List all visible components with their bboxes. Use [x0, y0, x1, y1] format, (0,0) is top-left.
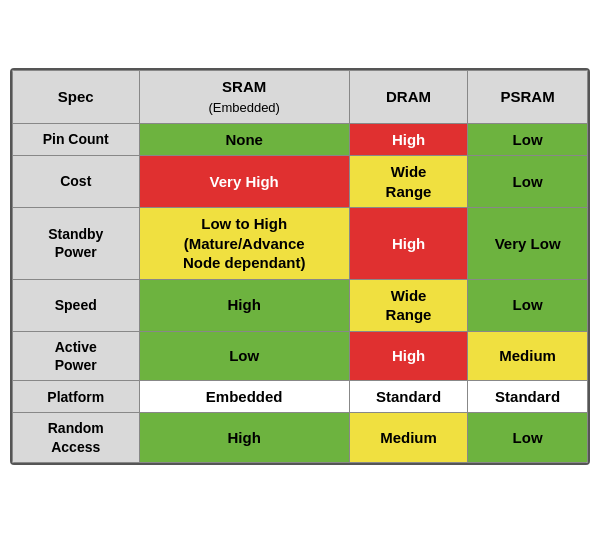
cell-spec-3: Speed — [13, 279, 140, 331]
cell-sram-3: High — [139, 279, 349, 331]
cell-psram-3: Low — [468, 279, 588, 331]
cell-sram-0: None — [139, 123, 349, 156]
cell-spec-4: ActivePower — [13, 331, 140, 380]
cell-spec-1: Cost — [13, 156, 140, 208]
header-sram: SRAM(Embedded) — [139, 71, 349, 123]
cell-sram-4: Low — [139, 331, 349, 380]
cell-psram-2: Very Low — [468, 208, 588, 280]
cell-sram-5: Embedded — [139, 380, 349, 413]
cell-spec-6: RandomAccess — [13, 413, 140, 462]
cell-dram-2: High — [349, 208, 467, 280]
cell-sram-6: High — [139, 413, 349, 462]
header-dram: DRAM — [349, 71, 467, 123]
cell-dram-6: Medium — [349, 413, 467, 462]
comparison-table: Spec SRAM(Embedded) DRAM PSRAM Pin Count… — [10, 68, 590, 465]
cell-dram-0: High — [349, 123, 467, 156]
cell-spec-2: StandbyPower — [13, 208, 140, 280]
cell-dram-3: WideRange — [349, 279, 467, 331]
cell-spec-0: Pin Count — [13, 123, 140, 156]
cell-psram-1: Low — [468, 156, 588, 208]
cell-sram-2: Low to High(Mature/AdvanceNode dependant… — [139, 208, 349, 280]
header-spec: Spec — [13, 71, 140, 123]
cell-dram-5: Standard — [349, 380, 467, 413]
cell-psram-4: Medium — [468, 331, 588, 380]
cell-psram-0: Low — [468, 123, 588, 156]
cell-dram-1: WideRange — [349, 156, 467, 208]
cell-sram-1: Very High — [139, 156, 349, 208]
cell-spec-5: Platform — [13, 380, 140, 413]
cell-psram-6: Low — [468, 413, 588, 462]
header-psram: PSRAM — [468, 71, 588, 123]
cell-psram-5: Standard — [468, 380, 588, 413]
cell-dram-4: High — [349, 331, 467, 380]
